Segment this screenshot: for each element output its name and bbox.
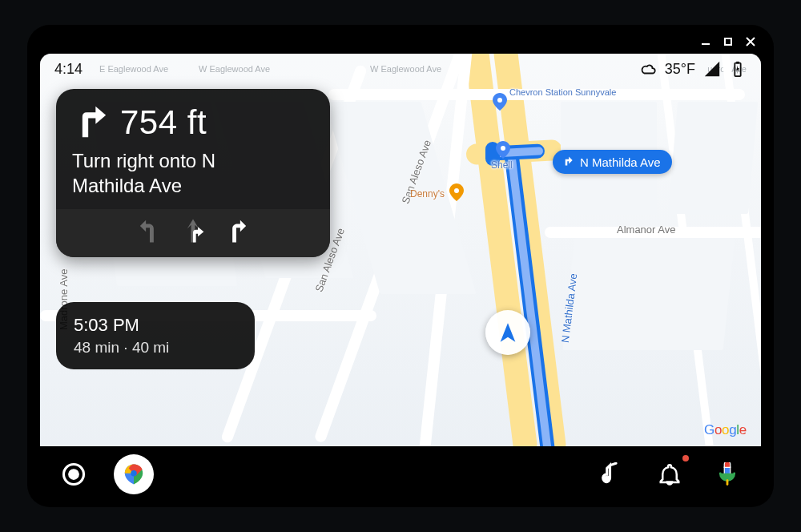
google-mic-icon [715,462,739,486]
trip-eta: 5:03 PM [74,315,237,336]
google-maps-button[interactable] [114,454,154,494]
voice-assistant-button[interactable] [710,457,745,492]
next-street-name: N Mathilda Ave [580,155,661,169]
turn-instruction-line-1: Turn right onto N [72,148,314,173]
next-street-sign: N Mathilda Ave [553,150,672,174]
svg-point-2 [454,188,459,193]
google-watermark: Google [704,422,747,438]
svg-point-1 [501,146,505,151]
poi-label-dennys: Denny's [410,188,445,200]
svg-rect-4 [736,62,739,64]
window-close-button[interactable] [742,33,759,50]
status-bar: 4:14 35°F [40,54,761,84]
weather-icon [639,60,657,78]
window-chrome [32,30,769,54]
window-minimize-button[interactable] [697,33,714,50]
device-frame: E Eaglewood Ave W Eaglewood Ave W Eaglew… [32,30,769,502]
poi-pin-dennys[interactable] [449,184,465,200]
google-maps-icon [122,462,146,486]
svg-point-8 [603,476,610,483]
svg-point-6 [69,470,79,480]
map-screen[interactable]: E Eaglewood Ave W Eaglewood Ave W Eaglew… [40,54,761,446]
lane-left-icon [138,217,162,248]
lane-right-icon [224,217,248,248]
poi-pin-shell[interactable] [495,142,511,158]
turn-instruction-line-2: Mathilda Ave [72,173,314,198]
turn-right-arrow-icon [72,105,107,140]
status-temperature: 35°F [665,61,695,78]
notification-badge-icon [682,455,689,461]
lane-guidance [56,209,330,257]
navigation-puck[interactable] [485,310,530,355]
trip-summary: 48 min · 40 mi [74,339,237,357]
poi-label-chevron: Chevron Station Sunnyvale [509,87,590,98]
road-label-almanor: Almanor Ave [617,224,675,236]
poi-pin-chevron[interactable] [492,94,508,110]
window-maximize-button[interactable] [719,33,737,50]
notifications-button[interactable] [652,457,687,492]
launcher-button[interactable] [56,457,91,492]
battery-charging-icon [729,60,747,78]
turn-right-icon [561,155,575,169]
svg-point-7 [131,470,137,477]
turn-card[interactable]: 754 ft Turn right onto N Mathilda Ave [56,89,330,257]
trip-card[interactable]: 5:03 PM 48 min · 40 mi [56,302,255,369]
lane-straight-right-icon [181,217,205,248]
status-time: 4:14 [54,61,83,78]
turn-distance: 754 ft [120,103,207,142]
bottom-nav-bar [32,446,769,502]
cellular-icon [703,60,721,78]
navigation-arrow-icon [497,321,519,344]
poi-label-shell: Shell [491,159,513,171]
svg-point-0 [497,98,502,103]
music-button[interactable] [594,457,630,492]
